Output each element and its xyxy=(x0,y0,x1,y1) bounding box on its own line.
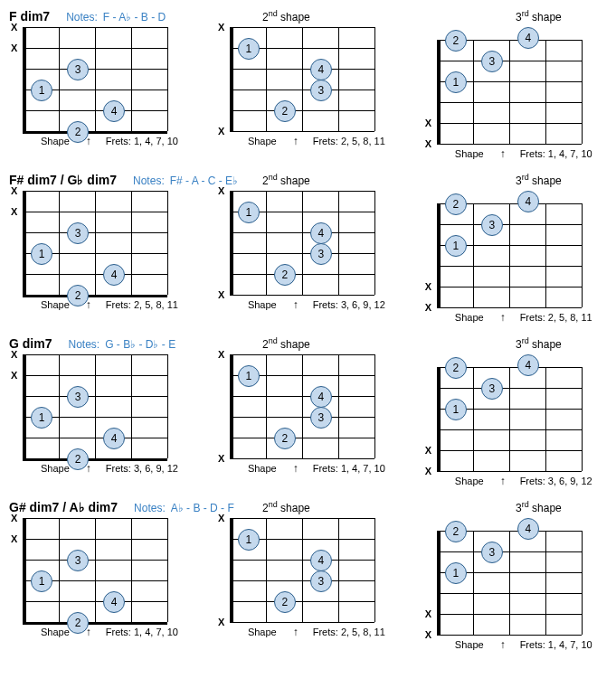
shape-3-label: 3rd shape xyxy=(516,173,562,187)
finger-dot: 2 xyxy=(274,591,296,613)
frets-label: Frets: 3, 6, 9, 12 xyxy=(106,463,178,474)
frets-label: Frets: 1, 4, 7, 10 xyxy=(106,136,178,146)
finger-dot: 2 xyxy=(274,428,296,449)
finger-dot: 2 xyxy=(445,357,467,379)
chord-row: G dim7Notes:G - B♭ - D♭ - E2nd shape3rd … xyxy=(9,336,607,487)
shape-label: Shape xyxy=(41,463,70,474)
notes-label: Notes: xyxy=(134,502,166,514)
shape-3-label: 3rd shape xyxy=(516,500,562,514)
fretboard-grid: XX1234 xyxy=(423,531,582,635)
frets-label: Frets: 1, 4, 7, 10 xyxy=(106,627,178,637)
mute-marker: X xyxy=(218,453,224,464)
mute-marker: X xyxy=(425,302,431,313)
chord-diagram: XX1234Shape↑Frets: 3, 6, 9, 12 xyxy=(216,191,385,324)
mute-marker: X xyxy=(11,370,17,381)
finger-dot: 2 xyxy=(67,448,89,470)
finger-dot: 1 xyxy=(445,399,467,420)
finger-dot: 1 xyxy=(238,202,260,223)
finger-dot: 3 xyxy=(67,386,89,408)
chord-diagram: XX1234Shape↑Frets: 1, 4, 7, 10 xyxy=(9,27,178,160)
finger-dot: 4 xyxy=(103,428,125,449)
fretboard-grid: XX1234 xyxy=(216,27,374,131)
finger-dot: 3 xyxy=(67,222,89,244)
shape-label: Shape xyxy=(248,463,277,474)
finger-dot: 3 xyxy=(67,59,89,80)
shape-label: Shape xyxy=(41,627,70,637)
shape-label: Shape xyxy=(41,299,70,310)
finger-dot: 1 xyxy=(445,71,467,93)
chord-diagram: XX1234Shape↑Frets: 2, 5, 8, 11 xyxy=(9,191,178,324)
frets-label: Frets: 2, 5, 8, 11 xyxy=(313,136,385,146)
finger-dot: 2 xyxy=(67,285,89,306)
frets-label: Frets: 2, 5, 8, 11 xyxy=(106,299,178,310)
mute-marker: X xyxy=(218,349,224,360)
shape-2-label: 2nd shape xyxy=(262,500,310,514)
notes-value: F - A♭ - B - D xyxy=(103,11,166,24)
fretboard-grid: XX1234 xyxy=(216,191,374,295)
shape-label: Shape xyxy=(248,136,277,146)
finger-dot: 1 xyxy=(31,243,52,265)
notes-label: Notes: xyxy=(66,11,98,24)
finger-dot: 4 xyxy=(517,27,539,49)
root-arrow-icon: ↑ xyxy=(500,638,506,651)
finger-dot: 3 xyxy=(481,51,503,72)
shape-label: Shape xyxy=(455,312,484,323)
shape-2-label: 2nd shape xyxy=(262,173,310,187)
shape-2-label: 2nd shape xyxy=(262,336,310,351)
mute-marker: X xyxy=(425,629,431,640)
fretboard-grid: XX1234 xyxy=(423,367,582,471)
chord-diagram: XX1234Shape↑Frets: 1, 4, 7, 10 xyxy=(423,27,592,160)
mute-marker: X xyxy=(425,445,431,456)
finger-dot: 2 xyxy=(274,264,296,286)
chord-diagram: XX1234Shape↑Frets: 2, 5, 8, 11 xyxy=(423,191,592,324)
finger-dot: 2 xyxy=(445,521,467,542)
mute-marker: X xyxy=(425,608,431,619)
notes-label: Notes: xyxy=(68,338,100,351)
root-arrow-icon: ↑ xyxy=(500,147,506,160)
mute-marker: X xyxy=(425,138,431,149)
root-arrow-icon: ↑ xyxy=(293,298,299,311)
finger-dot: 4 xyxy=(103,591,125,613)
finger-dot: 2 xyxy=(274,100,296,122)
notes-value: G - B♭ - D♭ - E xyxy=(105,338,175,351)
mute-marker: X xyxy=(218,22,224,33)
finger-dot: 4 xyxy=(310,59,332,80)
fretboard-grid: XX1234 xyxy=(9,27,167,131)
finger-dot: 4 xyxy=(517,518,539,540)
mute-marker: X xyxy=(11,185,17,196)
finger-dot: 4 xyxy=(517,191,539,212)
shape-2-label: 2nd shape xyxy=(262,9,310,24)
finger-dot: 1 xyxy=(445,562,467,584)
shape-label: Shape xyxy=(248,627,277,637)
finger-dot: 4 xyxy=(517,354,539,376)
frets-label: Frets: 3, 6, 9, 12 xyxy=(520,476,592,486)
finger-dot: 1 xyxy=(31,80,52,101)
chord-name: G# dim7 / A♭ dim7 xyxy=(9,500,118,514)
root-arrow-icon: ↑ xyxy=(500,475,506,487)
chord-diagram: XX1234Shape↑Frets: 1, 4, 7, 10 xyxy=(9,518,178,651)
root-arrow-icon: ↑ xyxy=(293,135,299,147)
chord-diagram: XX1234Shape↑Frets: 2, 5, 8, 11 xyxy=(216,518,385,651)
mute-marker: X xyxy=(425,466,431,476)
shape-label: Shape xyxy=(455,148,484,159)
chord-diagram: XX1234Shape↑Frets: 2, 5, 8, 11 xyxy=(216,27,385,160)
finger-dot: 4 xyxy=(103,100,125,122)
mute-marker: X xyxy=(218,513,224,523)
notes-value: F# - A - C - E♭ xyxy=(170,174,238,187)
finger-dot: 1 xyxy=(445,235,467,257)
mute-marker: X xyxy=(11,42,17,53)
finger-dot: 3 xyxy=(310,570,332,592)
finger-dot: 1 xyxy=(31,570,52,592)
frets-label: Frets: 1, 4, 7, 10 xyxy=(520,639,592,650)
shape-label: Shape xyxy=(455,639,484,650)
finger-dot: 1 xyxy=(238,38,260,60)
mute-marker: X xyxy=(218,617,224,627)
finger-dot: 1 xyxy=(238,365,260,387)
finger-dot: 1 xyxy=(31,407,52,429)
finger-dot: 2 xyxy=(445,193,467,215)
frets-label: Frets: 2, 5, 8, 11 xyxy=(520,312,592,323)
shape-label: Shape xyxy=(248,299,277,310)
root-arrow-icon: ↑ xyxy=(293,626,299,638)
shape-label: Shape xyxy=(41,136,70,146)
mute-marker: X xyxy=(11,349,17,360)
